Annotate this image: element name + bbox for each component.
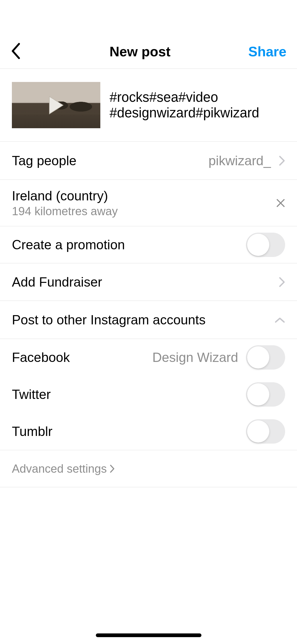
tag-people-label: Tag people [12,153,77,168]
header-bar: New post Share [0,0,297,69]
share-tumblr-label: Tumblr [12,424,53,439]
post-other-right [275,317,285,323]
home-indicator[interactable] [96,633,201,637]
location-name: Ireland (country) [12,188,118,204]
tag-people-value: pikwizard_ [209,153,271,168]
chevron-left-icon [11,43,20,60]
chevron-right-icon [279,277,285,287]
tag-people-right: pikwizard_ [209,153,285,168]
share-targets-section: Facebook Design Wizard Twitter Tumblr [0,339,297,450]
chevron-up-icon [275,317,285,323]
share-facebook-toggle[interactable] [246,345,285,370]
page-title: New post [110,44,171,59]
caption-text[interactable]: #rocks#sea#video #designwizard#pikwizard [110,90,285,121]
advanced-settings-row[interactable]: Advanced settings [0,450,297,487]
chevron-right-icon [279,155,285,166]
share-twitter-row: Twitter [0,376,297,413]
advanced-settings-label: Advanced settings [12,462,107,475]
share-facebook-label: Facebook [12,350,70,365]
fundraiser-label: Add Fundraiser [12,274,102,290]
share-twitter-label: Twitter [12,387,51,402]
share-tumblr-row: Tumblr [0,413,297,450]
new-post-screen: New post Share #rocks#sea#video #designw… [0,0,297,644]
share-tumblr-toggle[interactable] [246,419,285,444]
share-button[interactable]: Share [248,44,286,59]
post-other-accounts-label: Post to other Instagram accounts [12,312,206,328]
fundraiser-row[interactable]: Add Fundraiser [0,263,297,301]
promotion-row: Create a promotion [0,226,297,263]
share-twitter-toggle[interactable] [246,382,285,407]
close-icon [276,199,285,208]
back-button[interactable] [11,43,32,60]
share-facebook-row: Facebook Design Wizard [0,339,297,376]
location-clear[interactable] [276,199,285,208]
location-col: Ireland (country) 194 kilometres away [12,188,118,218]
media-thumbnail[interactable] [12,82,100,128]
post-other-accounts-row[interactable]: Post to other Instagram accounts [0,301,297,339]
chevron-right-icon [110,464,115,473]
location-distance: 194 kilometres away [12,205,118,218]
tag-people-row[interactable]: Tag people pikwizard_ [0,142,297,180]
location-row[interactable]: Ireland (country) 194 kilometres away [0,180,297,226]
fundraiser-right [279,277,285,287]
caption-row[interactable]: #rocks#sea#video #designwizard#pikwizard [0,69,297,142]
promotion-label: Create a promotion [12,237,125,252]
promotion-toggle[interactable] [246,233,285,257]
play-icon [48,95,65,115]
share-facebook-account: Design Wizard [152,350,238,365]
